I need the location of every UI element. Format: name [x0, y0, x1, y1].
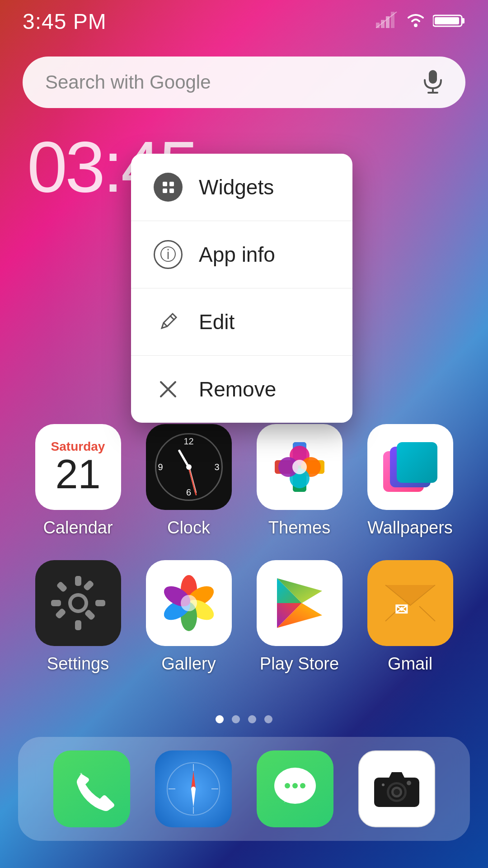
svg-point-57 [285, 783, 290, 788]
svg-point-59 [300, 783, 305, 788]
calendar-label: Calendar [43, 518, 113, 538]
remove-label: Remove [199, 377, 276, 401]
svg-rect-31 [56, 581, 67, 592]
svg-rect-33 [83, 580, 94, 591]
status-icons [376, 11, 465, 32]
gallery-icon [146, 560, 232, 646]
svg-rect-8 [435, 17, 459, 24]
status-bar: 3:45 PM [0, 0, 488, 38]
app-item-playstore[interactable]: Play Store [254, 560, 345, 674]
phone-icon [53, 750, 130, 827]
svg-point-65 [407, 781, 411, 785]
app-row-1: Saturday 21 Calendar 12 3 6 9 [23, 424, 465, 538]
app-item-themes[interactable]: Themes [254, 424, 345, 538]
appinfo-label: App info [199, 242, 275, 267]
mic-icon[interactable] [423, 69, 443, 95]
signal-icon [376, 12, 399, 32]
gmail-icon: ✉ [367, 560, 453, 646]
wifi-icon [405, 11, 427, 32]
menu-item-widgets[interactable]: Widgets [131, 154, 352, 221]
settings-label: Settings [47, 654, 109, 674]
gallery-label: Gallery [161, 654, 216, 674]
svg-point-58 [292, 783, 298, 788]
menu-item-edit[interactable]: Edit [131, 288, 352, 356]
app-item-wallpapers[interactable]: Wallpapers [365, 424, 455, 538]
settings-icon [35, 560, 121, 646]
edit-label: Edit [199, 310, 235, 334]
svg-point-24 [292, 460, 307, 474]
search-placeholder: Search with Google [45, 71, 414, 93]
messages-icon [257, 750, 333, 827]
page-indicators [0, 715, 488, 723]
search-bar[interactable]: Search with Google [23, 57, 465, 108]
svg-rect-9 [429, 70, 437, 84]
wallpapers-icon [367, 424, 453, 510]
app-item-calendar[interactable]: Saturday 21 Calendar [33, 424, 123, 538]
app-item-settings[interactable]: Settings [33, 560, 123, 674]
widgets-icon [154, 173, 183, 202]
safari-icon [155, 750, 232, 827]
svg-point-26 [72, 597, 84, 609]
svg-text:✉: ✉ [394, 600, 408, 619]
svg-point-41 [181, 595, 197, 611]
playstore-label: Play Store [260, 654, 339, 674]
page-dot-3[interactable] [248, 715, 256, 723]
gmail-label: Gmail [388, 654, 432, 674]
svg-marker-49 [191, 789, 196, 807]
svg-rect-28 [75, 620, 81, 630]
calendar-icon: Saturday 21 [35, 424, 121, 510]
edit-icon [154, 307, 183, 336]
app-item-clock[interactable]: 12 3 6 9 Clock [144, 424, 234, 538]
dock-item-camera[interactable] [358, 750, 435, 827]
svg-rect-30 [95, 600, 105, 606]
widgets-label: Widgets [199, 175, 274, 199]
clock-label: Clock [167, 518, 210, 538]
analog-clock: 12 3 6 9 [155, 433, 223, 501]
dock-item-phone[interactable] [53, 750, 130, 827]
dock-item-messages[interactable] [257, 750, 333, 827]
svg-marker-48 [191, 771, 196, 789]
clock-center [186, 464, 192, 470]
app-item-gallery[interactable]: Gallery [144, 560, 234, 674]
status-time: 3:45 PM [23, 9, 107, 34]
clock-app-icon: 12 3 6 9 [146, 424, 232, 510]
app-row-2: Settings Gallery [23, 560, 465, 674]
cal-date: 21 [55, 454, 100, 495]
app-grid: Saturday 21 Calendar 12 3 6 9 [0, 424, 488, 696]
battery-icon [433, 13, 465, 31]
wallpapers-label: Wallpapers [367, 518, 453, 538]
svg-rect-29 [51, 600, 61, 606]
svg-rect-32 [84, 609, 95, 620]
page-dot-1[interactable] [216, 715, 224, 723]
playstore-icon [257, 560, 343, 646]
close-icon [154, 375, 183, 404]
svg-point-5 [414, 24, 418, 27]
menu-item-appinfo[interactable]: ⓘ App info [131, 221, 352, 288]
camera-icon [358, 750, 435, 827]
svg-rect-27 [75, 576, 81, 586]
svg-point-66 [382, 783, 385, 786]
context-menu: Widgets ⓘ App info Edit Remove [131, 154, 352, 423]
themes-label: Themes [268, 518, 330, 538]
svg-point-54 [191, 787, 196, 791]
page-dot-2[interactable] [232, 715, 240, 723]
dock-item-safari[interactable] [155, 750, 232, 827]
svg-rect-7 [462, 18, 465, 24]
menu-item-remove[interactable]: Remove [131, 356, 352, 423]
app-item-gmail[interactable]: ✉ Gmail [365, 560, 455, 674]
svg-point-64 [394, 789, 400, 795]
svg-rect-34 [55, 608, 66, 619]
page-dot-4[interactable] [264, 715, 272, 723]
themes-icon [257, 424, 343, 510]
appinfo-icon: ⓘ [154, 240, 183, 269]
dock [18, 737, 470, 841]
